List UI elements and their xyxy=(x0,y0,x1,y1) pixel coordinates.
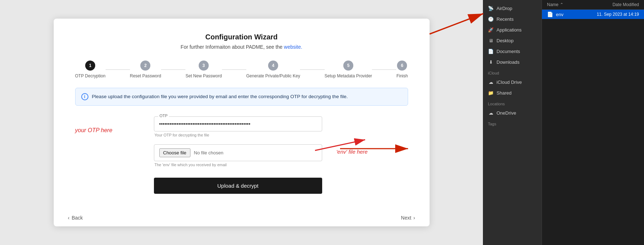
env-annotation: 'env' file here xyxy=(336,149,408,155)
sidebar-item-desktop[interactable]: 🖥 Desktop xyxy=(483,35,542,46)
sidebar-nav: 📡 AirDrop 🕐 Recents 🚀 Applications 🖥 Des… xyxy=(483,0,542,245)
airdrop-icon: 📡 xyxy=(488,5,494,11)
sort-icon: ⌃ xyxy=(560,2,563,7)
downloads-icon: ⬇ xyxy=(488,59,494,65)
tags-header: Tags xyxy=(483,118,542,128)
step-line-2 xyxy=(161,69,185,70)
step-line-3 xyxy=(222,69,246,70)
steps-row: 1 OTP Decryption 2 Reset Password 3 Set … xyxy=(75,61,408,79)
otp-input[interactable] xyxy=(154,116,322,131)
file-date: 11. Sep 2023 at 14:19 xyxy=(582,12,639,17)
sidebar-item-downloads[interactable]: ⬇ Downloads xyxy=(483,57,542,67)
chevron-left-icon: ‹ xyxy=(68,215,70,221)
applications-icon: 🚀 xyxy=(488,27,494,33)
icloud-drive-icon: ☁ xyxy=(488,79,494,85)
file-name: env xyxy=(556,12,582,17)
icloud-header: iCloud xyxy=(483,67,542,77)
locations-header: Locations xyxy=(483,98,542,107)
col-date-header: Date Modified xyxy=(582,2,639,7)
file-upload-box: Choose file No file chosen xyxy=(154,144,322,161)
step-6: 6 Finish xyxy=(396,61,408,79)
main-area: Configuration Wizard For further Informa… xyxy=(0,0,483,245)
form-fields: OTP Your OTP for decrypting the file Cho… xyxy=(154,116,322,194)
file-row-env[interactable]: 📄 env 11. Sep 2023 at 14:19 xyxy=(542,10,644,19)
wizard-footer: ‹ Back Next › xyxy=(54,209,430,226)
step-circle-1: 1 xyxy=(85,61,95,71)
sidebar-item-onedrive[interactable]: ☁ OneDrive xyxy=(483,107,542,118)
info-box: i Please upload the configuration file y… xyxy=(75,88,408,106)
step-circle-3: 3 xyxy=(199,61,209,71)
file-hint: The 'env' file which you received by ema… xyxy=(154,163,322,167)
step-label-6: Finish xyxy=(396,73,408,79)
step-circle-2: 2 xyxy=(140,61,150,71)
desktop-icon: 🖥 xyxy=(488,38,494,43)
sidebar-item-icloud-drive[interactable]: ☁ iCloud Drive xyxy=(483,77,542,87)
step-line-1 xyxy=(106,69,130,70)
wizard-card: Configuration Wizard For further Informa… xyxy=(54,19,430,226)
step-circle-4: 4 xyxy=(268,61,278,71)
wizard-subtitle: For further Informaiton about PADME, see… xyxy=(75,44,408,50)
step-2: 2 Reset Password xyxy=(130,61,161,79)
step-circle-5: 5 xyxy=(343,61,353,71)
step-line-4 xyxy=(300,69,324,70)
col-name-header: Name ⌃ xyxy=(547,2,582,7)
sidebar-item-airdrop[interactable]: 📡 AirDrop xyxy=(483,3,542,14)
form-section: your OTP here OTP Your OTP for decryptin… xyxy=(75,116,408,194)
otp-hint: Your OTP for decrypting the file xyxy=(154,133,322,137)
otp-field-group: OTP Your OTP for decrypting the file xyxy=(154,116,322,137)
website-link[interactable]: website. xyxy=(284,44,302,50)
file-upload-group: Choose file No file chosen The 'env' fil… xyxy=(154,144,322,167)
otp-label: OTP xyxy=(158,114,169,118)
step-circle-6: 6 xyxy=(397,61,407,71)
info-icon: i xyxy=(81,93,88,100)
sidebar-item-documents[interactable]: 📄 Documents xyxy=(483,46,542,57)
next-button[interactable]: Next › xyxy=(401,215,415,221)
file-list-header: Name ⌃ Date Modified xyxy=(542,0,644,10)
choose-file-button[interactable]: Choose file xyxy=(159,148,190,157)
sidebar: 📡 AirDrop 🕐 Recents 🚀 Applications 🖥 Des… xyxy=(483,0,644,245)
recents-icon: 🕐 xyxy=(488,16,494,22)
shared-icon: 📁 xyxy=(488,90,494,96)
step-line-5 xyxy=(372,69,396,70)
chevron-right-icon: › xyxy=(413,215,415,221)
step-3: 3 Set New Password xyxy=(185,61,222,79)
step-label-3: Set New Password xyxy=(185,73,222,79)
step-label-5: Setup Metadata Provider xyxy=(325,73,372,79)
documents-icon: 📄 xyxy=(488,48,494,54)
step-label-1: OTP Decryption xyxy=(75,73,106,79)
file-icon: 📄 xyxy=(547,11,553,17)
step-label-2: Reset Password xyxy=(130,73,161,79)
sidebar-item-recents[interactable]: 🕐 Recents xyxy=(483,14,542,24)
otp-annotation: your OTP here xyxy=(75,127,140,134)
no-file-text: No file chosen xyxy=(194,150,223,155)
onedrive-icon: ☁ xyxy=(488,110,494,116)
sidebar-item-shared[interactable]: 📁 Shared xyxy=(483,87,542,98)
info-message: Please upload the configuration file you… xyxy=(92,94,348,99)
step-1: 1 OTP Decryption xyxy=(75,61,106,79)
step-5: 5 Setup Metadata Provider xyxy=(325,61,372,79)
sidebar-item-applications[interactable]: 🚀 Applications xyxy=(483,24,542,35)
file-list-panel: Name ⌃ Date Modified 📄 env 11. Sep 2023 … xyxy=(542,0,644,245)
upload-decrypt-button[interactable]: Upload & decrypt xyxy=(154,178,322,194)
wizard-title: Configuration Wizard xyxy=(75,33,408,41)
back-button[interactable]: ‹ Back xyxy=(68,215,83,221)
step-4: 4 Generate Private/Public Key xyxy=(246,61,300,79)
step-label-4: Generate Private/Public Key xyxy=(246,73,300,79)
